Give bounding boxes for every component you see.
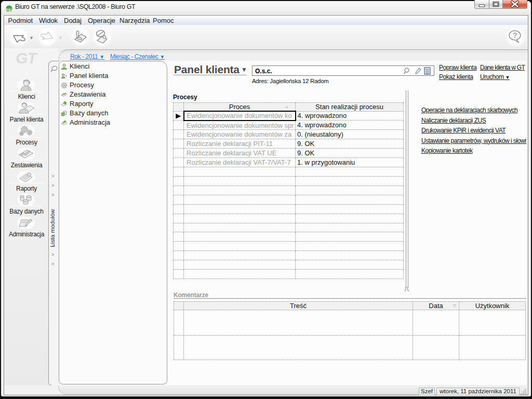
svg-text:?: ? xyxy=(513,31,517,39)
svg-text:GT: GT xyxy=(6,8,12,12)
